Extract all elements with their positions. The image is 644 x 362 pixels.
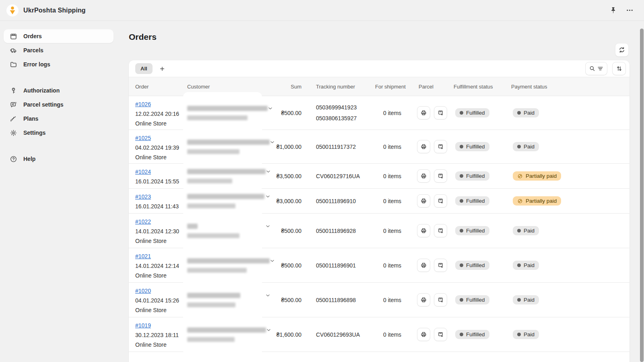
create-parcel-button[interactable] xyxy=(434,328,447,341)
status-dot-icon xyxy=(460,111,463,115)
order-sum: ₴1,600.00 xyxy=(274,317,301,352)
col-customer: Customer xyxy=(187,84,274,90)
print-label-button[interactable] xyxy=(417,106,430,119)
chevron-down-icon[interactable] xyxy=(265,224,270,229)
question-circle-icon xyxy=(10,155,17,163)
order-link[interactable]: #1023 xyxy=(135,192,151,202)
tracking-number: 0503806135927 xyxy=(316,115,357,121)
printer-icon xyxy=(420,296,427,303)
create-parcel-button[interactable] xyxy=(434,169,447,183)
col-fulfillment: Fulfillment status xyxy=(454,84,511,90)
print-label-button[interactable] xyxy=(417,169,430,183)
customer-cell xyxy=(187,96,274,130)
order-sum: ₴500.00 xyxy=(274,283,301,317)
chevron-down-icon[interactable] xyxy=(266,327,271,333)
create-parcel-button[interactable] xyxy=(434,259,447,272)
sidebar-item-help[interactable]: Help xyxy=(4,152,114,166)
customer-name-masked xyxy=(187,224,198,229)
customer-phone-masked xyxy=(187,233,239,238)
order-link[interactable]: #1020 xyxy=(135,286,151,296)
chevron-down-icon[interactable] xyxy=(268,106,273,111)
customer-name-masked xyxy=(187,140,270,145)
customer-phone-masked xyxy=(187,302,235,307)
add-document-icon xyxy=(437,227,444,234)
status-dot-icon xyxy=(517,333,521,336)
add-view-button[interactable] xyxy=(157,63,168,74)
order-date: 30.12.2023 18:11 xyxy=(135,330,179,340)
search-filter-button[interactable] xyxy=(585,62,607,75)
payment-status-badge: Paid xyxy=(513,261,539,270)
sidebar-item-label: Plans xyxy=(23,115,38,122)
status-dot-icon xyxy=(460,174,463,178)
sort-button[interactable] xyxy=(612,62,626,75)
create-parcel-button[interactable] xyxy=(434,194,447,208)
pin-icon[interactable] xyxy=(609,6,618,15)
order-link[interactable]: #1021 xyxy=(135,251,151,261)
payment-status-badge: Paid xyxy=(513,330,539,339)
sidebar-item-label: Help xyxy=(23,156,35,162)
chevron-down-icon[interactable] xyxy=(265,293,270,298)
sidebar-item-label: Parcel settings xyxy=(23,101,64,108)
print-label-button[interactable] xyxy=(417,328,430,341)
chevron-down-icon[interactable] xyxy=(266,169,271,174)
order-sum: ₴1,000.00 xyxy=(274,130,301,163)
sidebar-item-label: Orders xyxy=(23,33,42,39)
order-sum: ₴500.00 xyxy=(274,96,301,130)
add-document-icon xyxy=(437,331,444,338)
order-channel: Online Store xyxy=(135,340,167,350)
print-label-button[interactable] xyxy=(417,259,430,272)
sidebar-item-plans[interactable]: Plans xyxy=(4,112,114,125)
for-shipment-count: 0 items xyxy=(375,317,415,352)
sidebar-item-orders[interactable]: Orders xyxy=(4,29,114,43)
tracking-number: CV060129693UA xyxy=(316,331,360,338)
for-shipment-count: 0 items xyxy=(375,96,415,130)
order-date: 14.01.2024 12:14 xyxy=(135,261,179,271)
print-label-button[interactable] xyxy=(417,224,430,237)
add-document-icon xyxy=(437,109,444,116)
sidebar-item-parcels[interactable]: Parcels xyxy=(4,43,114,57)
add-document-icon xyxy=(437,197,444,204)
sidebar-item-authorization[interactable]: Authorization xyxy=(4,84,114,97)
customer-name-masked xyxy=(187,194,264,199)
order-link[interactable]: #1019 xyxy=(135,321,151,330)
order-link[interactable]: #1025 xyxy=(135,133,151,143)
status-dot-icon xyxy=(460,263,463,267)
print-label-button[interactable] xyxy=(417,293,430,306)
for-shipment-count: 0 items xyxy=(375,130,415,163)
view-tabbar: All xyxy=(129,60,630,77)
sidebar-item-settings[interactable]: Settings xyxy=(4,126,114,140)
tracking-number: 0500111896910 xyxy=(316,198,356,204)
create-parcel-button[interactable] xyxy=(434,293,447,306)
customer-phone-masked xyxy=(187,268,247,273)
for-shipment-count: 0 items xyxy=(375,283,415,317)
more-icon[interactable] xyxy=(625,6,634,15)
gear-icon xyxy=(10,129,17,137)
app-title: UkrPoshta Shipping xyxy=(23,7,86,14)
order-channel: Online Store xyxy=(135,152,167,162)
refresh-icon[interactable] xyxy=(615,43,629,57)
order-link[interactable]: #1024 xyxy=(135,167,151,177)
customer-phone-masked xyxy=(187,204,235,208)
chevron-down-icon[interactable] xyxy=(265,194,270,199)
customer-name-masked xyxy=(187,106,268,111)
order-link[interactable]: #1026 xyxy=(135,99,151,109)
create-parcel-button[interactable] xyxy=(434,140,447,153)
order-date: 16.01.2024 15:55 xyxy=(135,177,179,186)
print-label-button[interactable] xyxy=(417,194,430,208)
col-payment: Payment status xyxy=(511,84,623,90)
status-dot-icon xyxy=(517,111,521,115)
create-parcel-button[interactable] xyxy=(434,106,447,119)
sidebar-item-error-logs[interactable]: Error logs xyxy=(4,58,114,71)
chevron-down-icon[interactable] xyxy=(270,140,275,145)
order-date: 16.01.2024 11:43 xyxy=(135,202,179,211)
print-label-button[interactable] xyxy=(417,140,430,153)
fulfillment-status-badge: Fulfilled xyxy=(455,330,489,339)
chevron-down-icon[interactable] xyxy=(270,258,275,263)
create-parcel-button[interactable] xyxy=(434,224,447,237)
col-for-shipment: For shipment xyxy=(375,84,415,90)
search-icon xyxy=(589,65,596,72)
order-link[interactable]: #1022 xyxy=(135,217,151,226)
sidebar-item-parcel-settings[interactable]: Parcel settings xyxy=(4,98,114,111)
tab-all[interactable]: All xyxy=(135,63,153,74)
vertical-scrollbar[interactable] xyxy=(640,29,644,362)
